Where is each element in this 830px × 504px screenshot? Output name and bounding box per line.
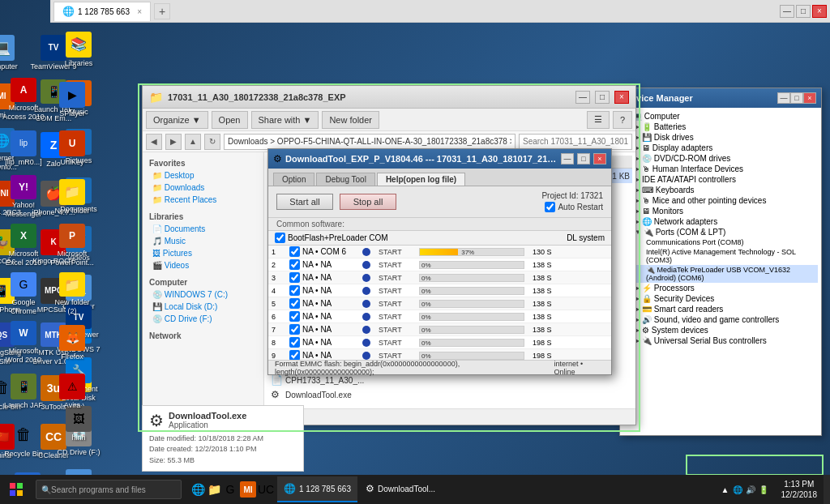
desktop-icon-recycle2[interactable]: 🗑 Recycle Bin [0, 416, 47, 463]
row-checkbox-2[interactable] [289, 259, 300, 270]
close-window-button[interactable]: × [812, 5, 827, 18]
row-checkbox-8[interactable] [289, 337, 300, 348]
explorer-maximize-button[interactable]: □ [595, 91, 610, 104]
sidebar-cd-drive[interactable]: 💿 CD Drive (F:) [149, 313, 257, 325]
new-folder-button[interactable]: New folder [322, 111, 379, 129]
dm-item-ide[interactable]: ▶ IDE ATA/ATAPI controllers [623, 174, 818, 185]
dm-item-computer[interactable]: ▼ 💻 Computer [623, 111, 818, 122]
row-checkbox-9[interactable] [289, 350, 300, 360]
dm-item-sound[interactable]: ▶ 🔊 Sound, video and game controllers [623, 314, 818, 325]
explorer-close-button[interactable]: × [614, 91, 629, 104]
desktop-icon-avira[interactable]: ⚠ Avira [49, 368, 96, 415]
sidebar-local-disk[interactable]: 💾 Local Disk (D:) [149, 301, 257, 313]
dm-maximize-button[interactable]: □ [790, 92, 803, 104]
tray-network-icon[interactable]: 🌐 [733, 485, 742, 494]
tab-help[interactable]: Help(open log file) [377, 173, 465, 186]
start-all-button[interactable]: Start all [276, 194, 333, 210]
row-checkbox-7[interactable] [289, 324, 300, 335]
desktop-icon-chrome[interactable]: G Google Chrome [0, 271, 47, 318]
taskbar-mi-icon[interactable]: MI [240, 481, 256, 498]
desktop-icon-firefox[interactable]: 🦊 Firefox [49, 319, 96, 366]
dialog-close-button[interactable]: × [593, 153, 606, 164]
sidebar-windows[interactable]: 💿 WINDOWS 7 (C:) [149, 288, 257, 301]
tab-close-button[interactable]: × [137, 7, 142, 16]
share-with-button[interactable]: Share with ▼ [251, 111, 319, 129]
back-button[interactable]: ◀ [146, 134, 162, 150]
taskbar-search-box[interactable]: 🔍 Search programs and files [36, 480, 182, 499]
search-input[interactable] [519, 134, 632, 150]
dm-close-button[interactable]: × [803, 92, 816, 104]
taskbar-ie-icon[interactable]: 🌐 [191, 483, 204, 496]
desktop-icon-access[interactable]: A Microsoft Access 2010 [0, 76, 47, 123]
address-input[interactable] [224, 134, 516, 150]
dm-item-mediatek[interactable]: 🔌 MediaTek PreLoader USB VCOM_V1632 (And… [623, 265, 818, 283]
browser-tab-item[interactable]: 🌐 1 128 785 663 × [53, 2, 151, 21]
sidebar-recent[interactable]: 📁 Recent Places [149, 194, 257, 206]
row-checkbox-6[interactable] [289, 311, 300, 322]
new-tab-button[interactable]: + [154, 3, 170, 19]
open-button[interactable]: Open [212, 111, 248, 129]
dm-item-mice[interactable]: ▶ 🖱 Mice and other pointing devices [623, 195, 818, 206]
desktop-icon-powerpoint[interactable]: P Microsoft PowerPoint... [49, 222, 96, 269]
sidebar-pictures[interactable]: 🖼 Pictures [149, 247, 257, 259]
dialog-minimize-button[interactable]: — [561, 153, 574, 164]
desktop-icon-excel[interactable]: X Microsoft Excel 2010 [0, 222, 47, 269]
sidebar-downloads[interactable]: 📁 Downloads [149, 182, 257, 194]
dm-item-security[interactable]: ▶ 🔒 Security Devices [623, 293, 818, 304]
taskbar-explorer-icon[interactable]: 📁 [208, 483, 220, 496]
sidebar-desktop[interactable]: 📁 Desktop [149, 169, 257, 182]
desktop-icon-libraries[interactable]: 📚 Libraries [55, 26, 102, 73]
stop-all-button[interactable]: Stop all [340, 194, 396, 210]
sidebar-music[interactable]: 🎵 Music [149, 235, 257, 247]
row-checkbox-5[interactable] [289, 298, 300, 309]
up-button[interactable]: ▲ [185, 134, 201, 150]
desktop-icon-newfolder2[interactable]: 📁 New folder (2) [49, 271, 96, 318]
dm-item-com8[interactable]: Communications Port (COM8) [623, 237, 818, 247]
row-checkbox-4[interactable] [289, 285, 300, 296]
desktop-icon-splayer[interactable]: ▶ SPlayer [49, 76, 96, 123]
show-desktop-button[interactable] [824, 475, 830, 504]
sidebar-videos[interactable]: 🎬 Videos [149, 259, 257, 271]
tray-up-arrow[interactable]: ▲ [721, 485, 729, 494]
explorer-minimize-button[interactable]: — [575, 91, 590, 104]
maximize-button[interactable]: □ [796, 5, 811, 18]
dm-item-smart-card[interactable]: ▶ 💳 Smart card readers [623, 304, 818, 314]
desktop-icon-computer[interactable]: 💻 Computer [0, 29, 27, 76]
desktop-icon-newfolder[interactable]: 📁 New folder [49, 173, 96, 220]
dm-item-system[interactable]: ▶ ⚙ System devices [623, 325, 818, 335]
dm-item-ports[interactable]: ▼ 🔌 Ports (COM & LPT) [623, 227, 818, 237]
dm-minimize-button[interactable]: — [777, 92, 790, 104]
desktop-icon-launch2[interactable]: 📱 Launch JAF [0, 368, 47, 415]
auto-restart-checkbox[interactable] [545, 202, 555, 212]
table-row[interactable]: ⚙DownloadTool.exe [267, 387, 632, 402]
dialog-maximize-button[interactable]: □ [577, 153, 590, 164]
dm-item-keyboards[interactable]: ▶ ⌨ Keyboards [623, 185, 818, 195]
forward-button[interactable]: ▶ [165, 134, 182, 150]
desktop-icon-lip[interactable]: lip [lip_mR0...] [0, 125, 47, 172]
dm-item-intel-sol[interactable]: Intel(R) Active Management Technology - … [623, 247, 818, 265]
dm-item-usb[interactable]: ▶ 🔌 Universal Serial Bus controllers [623, 335, 818, 346]
dm-item-hid[interactable]: ▶ 🖱 Human Interface Devices [623, 164, 818, 174]
minimize-button[interactable]: — [780, 5, 794, 18]
taskbar-chrome-icon[interactable]: G [224, 483, 237, 496]
taskbar-clock[interactable]: 1:13 PM 12/2/2018 [775, 479, 824, 500]
dm-item-dvd[interactable]: ▶ 💿 DVD/CD-ROM drives [623, 153, 818, 164]
tab-debug[interactable]: Debug Tool [316, 173, 374, 186]
sidebar-documents[interactable]: 📄 Documents [149, 223, 257, 235]
start-button[interactable] [0, 475, 32, 504]
bootflash-checkbox[interactable] [275, 233, 285, 243]
dm-item-display[interactable]: ▶ 🖥 Display adapters [623, 143, 818, 153]
help-button[interactable]: ? [613, 111, 632, 129]
dm-item-disk[interactable]: ▶ 💾 Disk drives [623, 132, 818, 143]
desktop-icon-yahoo[interactable]: Y! Yahoo! Messenger [0, 173, 47, 220]
taskbar-download-tool-item[interactable]: ⚙ DownloadTool... [359, 476, 442, 502]
row-checkbox-1[interactable] [289, 246, 300, 257]
desktop-icon-word[interactable]: W Microsoft Word 2010 [0, 319, 47, 366]
row-checkbox-3[interactable] [289, 272, 300, 283]
tab-option[interactable]: Option [273, 173, 314, 186]
taskbar-browser-item[interactable]: 🌐 1 128 785 663 [277, 476, 357, 502]
dm-item-processors[interactable]: ▶ ⚡ Processors [623, 283, 818, 293]
desktop-icon-unikey[interactable]: U UniKey [49, 125, 96, 172]
view-mode-button[interactable]: ☰ [587, 111, 610, 129]
dm-item-network[interactable]: ▶ 🌐 Network adapters [623, 216, 818, 227]
